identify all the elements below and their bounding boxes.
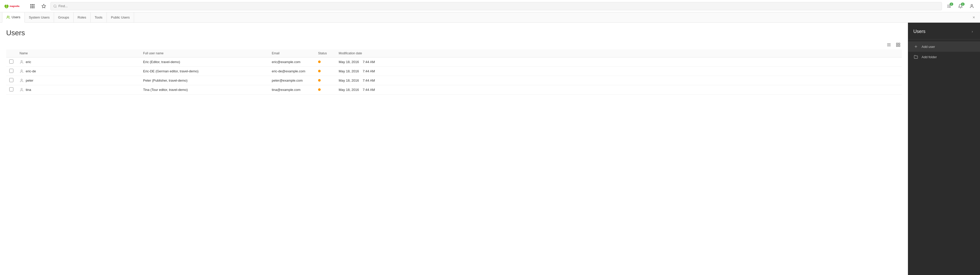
col-checkbox	[6, 50, 16, 58]
tab-system-users[interactable]: System Users	[25, 12, 54, 22]
apps-grid-icon[interactable]	[28, 2, 37, 11]
search-bar[interactable]	[51, 2, 942, 10]
row-checkbox[interactable]	[9, 78, 13, 82]
main-layout: Users	[0, 22, 980, 275]
row-name: tina	[26, 88, 31, 92]
row-status	[315, 67, 336, 76]
user-row-icon	[19, 88, 24, 92]
row-name-cell: eric-de	[16, 67, 140, 76]
svg-point-27	[21, 79, 22, 80]
table-toolbar	[6, 41, 902, 48]
user-row-icon	[19, 78, 24, 83]
row-status	[315, 76, 336, 85]
users-table-container: Name Full user name Email Status Modific…	[6, 50, 902, 94]
grid-view-icon[interactable]	[894, 41, 902, 48]
svg-point-17	[7, 16, 8, 17]
svg-point-16	[971, 4, 972, 6]
row-checkbox[interactable]	[9, 59, 13, 64]
tasks-badge: 0	[950, 3, 953, 6]
svg-rect-23	[896, 45, 898, 46]
svg-rect-3	[33, 4, 35, 5]
status-dot	[318, 88, 321, 91]
row-moddate: May 18, 2016 7:44 AM	[336, 67, 902, 76]
row-checkbox-cell	[6, 67, 16, 76]
table-header-row: Name Full user name Email Status Modific…	[6, 50, 902, 58]
row-checkbox[interactable]	[9, 87, 13, 91]
add-user-icon	[913, 44, 918, 49]
table-row[interactable]: tina Tina (Tour editor, travel-demo) tin…	[6, 85, 902, 94]
row-email: peter@example.com	[269, 76, 315, 85]
topbar: magnolia	[0, 0, 980, 12]
svg-rect-4	[30, 6, 32, 7]
row-name: eric-de	[26, 69, 36, 73]
row-fullname: Eric-DE (German editor, travel-demo)	[140, 67, 269, 76]
table-row[interactable]: peter Peter (Publisher, travel-demo) pet…	[6, 76, 902, 85]
svg-text:magnolia: magnolia	[10, 5, 19, 7]
right-panel: Users › Add user	[908, 22, 980, 275]
row-checkbox[interactable]	[9, 69, 13, 73]
add-user-label: Add user	[921, 45, 935, 49]
tab-roles[interactable]: Roles	[73, 12, 91, 22]
notifications-button[interactable]: 0	[955, 2, 966, 11]
right-panel-expand-button[interactable]: ›	[969, 28, 976, 35]
search-input[interactable]	[59, 4, 939, 8]
page-title: Users	[6, 29, 902, 37]
subnav-close-button[interactable]: ×	[970, 13, 978, 22]
svg-rect-21	[896, 43, 898, 44]
svg-rect-1	[30, 4, 32, 5]
row-name: eric	[26, 60, 31, 64]
col-email-header[interactable]: Email	[269, 50, 315, 58]
tab-groups[interactable]: Groups	[54, 12, 73, 22]
col-moddate-header[interactable]: Modification date	[336, 50, 902, 58]
svg-rect-2	[32, 4, 33, 5]
svg-rect-5	[32, 6, 33, 7]
svg-point-26	[21, 70, 22, 71]
svg-rect-7	[30, 7, 32, 8]
right-panel-title: Users	[913, 29, 926, 34]
row-fullname: Eric (Editor, travel-demo)	[140, 58, 269, 67]
svg-rect-8	[32, 7, 33, 8]
status-dot	[318, 79, 321, 82]
row-email: tina@example.com	[269, 85, 315, 94]
logo[interactable]: magnolia	[3, 3, 24, 10]
row-email: eric@example.com	[269, 58, 315, 67]
svg-line-12	[56, 7, 57, 8]
col-status-header[interactable]: Status	[315, 50, 336, 58]
col-name-header[interactable]: Name	[16, 50, 140, 58]
table-row[interactable]: eric Eric (Editor, travel-demo) eric@exa…	[6, 58, 902, 67]
favorites-icon[interactable]	[39, 2, 48, 11]
status-dot	[318, 61, 321, 63]
svg-rect-24	[899, 45, 900, 46]
tab-users[interactable]: Users	[2, 12, 25, 22]
notifications-badge: 0	[961, 3, 964, 6]
row-checkbox-cell	[6, 85, 16, 94]
svg-point-28	[21, 88, 22, 90]
svg-rect-9	[33, 7, 35, 8]
list-view-icon[interactable]	[885, 41, 892, 48]
user-profile-button[interactable]	[967, 2, 977, 11]
tab-public-users[interactable]: Public Users	[107, 12, 134, 22]
svg-rect-6	[33, 6, 35, 7]
tasks-button[interactable]: 0	[944, 2, 954, 11]
row-moddate: May 18, 2016 7:44 AM	[336, 58, 902, 67]
tab-tools[interactable]: Tools	[91, 12, 107, 22]
row-fullname: Tina (Tour editor, travel-demo)	[140, 85, 269, 94]
row-name-cell: tina	[16, 85, 140, 94]
row-name-cell: peter	[16, 76, 140, 85]
user-row-icon	[19, 69, 24, 74]
add-folder-label: Add folder	[921, 55, 937, 59]
right-panel-actions: Add user Add folder	[908, 39, 980, 64]
row-moddate: May 18, 2016 7:44 AM	[336, 85, 902, 94]
add-folder-button[interactable]: Add folder	[908, 52, 980, 62]
col-fullname-header[interactable]: Full user name	[140, 50, 269, 58]
row-status	[315, 85, 336, 94]
row-name: peter	[26, 78, 33, 82]
svg-point-11	[54, 5, 56, 7]
right-panel-header: Users ›	[908, 22, 980, 39]
svg-rect-22	[899, 43, 900, 44]
row-moddate: May 18, 2016 7:44 AM	[336, 76, 902, 85]
content-area: Users	[0, 22, 908, 275]
table-row[interactable]: eric-de Eric-DE (German editor, travel-d…	[6, 67, 902, 76]
users-table: Name Full user name Email Status Modific…	[6, 50, 902, 94]
add-user-button[interactable]: Add user	[908, 42, 980, 52]
